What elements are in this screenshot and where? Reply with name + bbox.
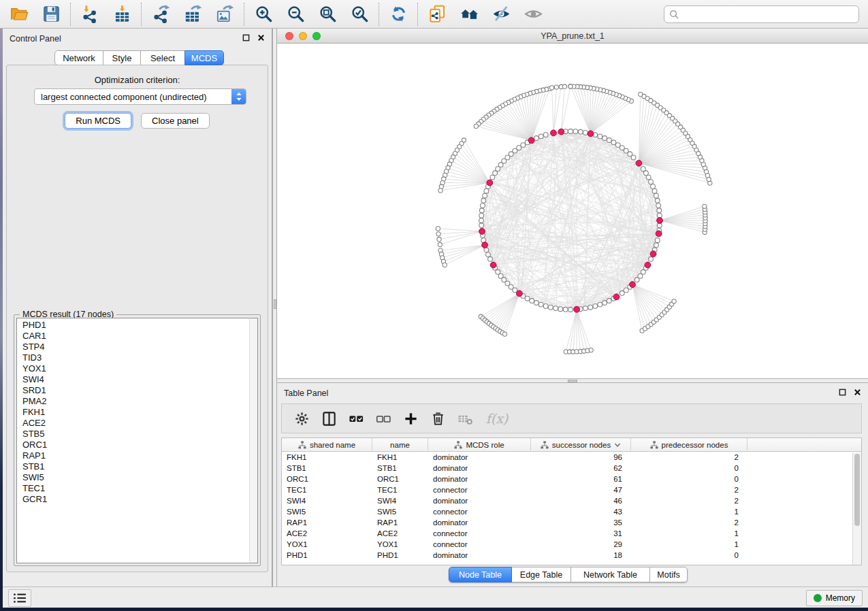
table-row[interactable]: YOX1YOX1connector291 bbox=[282, 539, 861, 550]
zoom-in-button[interactable] bbox=[253, 4, 274, 24]
column-header-predecessor-nodes[interactable]: predecessor nodes bbox=[631, 438, 748, 452]
search-box[interactable] bbox=[664, 5, 859, 23]
mcds-result-item[interactable]: TID3 bbox=[17, 352, 249, 363]
table-row[interactable]: PHD1PHD1dominator180 bbox=[282, 550, 861, 561]
import-table-button[interactable] bbox=[112, 4, 132, 24]
export-image-button[interactable] bbox=[214, 4, 235, 24]
mcds-result-item[interactable]: PHD1 bbox=[17, 320, 249, 331]
network-overview-button[interactable] bbox=[459, 4, 479, 24]
optimization-criterion-select[interactable]: largest connected component (undirected) bbox=[34, 88, 246, 105]
hide-selected-button[interactable] bbox=[491, 4, 511, 24]
export-table-button[interactable] bbox=[182, 4, 203, 24]
memory-status-dot bbox=[814, 594, 822, 602]
tab-network[interactable]: Network bbox=[54, 50, 103, 65]
tab-mcds[interactable]: MCDS bbox=[184, 50, 224, 65]
zoom-out-button[interactable] bbox=[285, 4, 306, 24]
save-session-icon bbox=[42, 5, 61, 23]
table-cell: 2 bbox=[631, 517, 748, 528]
table-cell: TEC1 bbox=[372, 484, 428, 495]
mcds-result-item[interactable]: ACE2 bbox=[17, 418, 249, 429]
delete-button[interactable] bbox=[429, 410, 447, 427]
close-table-panel-button[interactable] bbox=[854, 389, 861, 396]
add-icon bbox=[403, 411, 419, 427]
control-panel: Control Panel NetworkStyleSelectMCDS Opt… bbox=[3, 29, 272, 587]
import-network-button[interactable] bbox=[80, 4, 100, 24]
mcds-list-scrollbar[interactable] bbox=[249, 318, 258, 563]
search-input[interactable] bbox=[683, 7, 858, 21]
select-all-button[interactable] bbox=[347, 410, 365, 427]
table-row[interactable]: STB1STB1dominator620 bbox=[282, 463, 861, 474]
close-panel-button[interactable]: Close panel bbox=[141, 113, 210, 129]
table-row[interactable]: RAP1RAP1dominator352 bbox=[282, 517, 861, 528]
table-row[interactable]: TEC1TEC1connector472 bbox=[282, 484, 861, 495]
tab-motifs[interactable]: Motifs bbox=[649, 567, 688, 582]
vertical-split-handle[interactable] bbox=[274, 299, 276, 309]
table-cell: STB1 bbox=[282, 463, 372, 474]
mcds-result-item[interactable]: STB5 bbox=[17, 429, 249, 440]
memory-button[interactable]: Memory bbox=[806, 590, 863, 606]
zoom-fit-icon bbox=[319, 5, 337, 23]
column-header-successor-nodes[interactable]: successor nodes bbox=[531, 438, 631, 452]
network-graph[interactable] bbox=[277, 44, 868, 378]
float-panel-button[interactable] bbox=[242, 34, 250, 42]
table-scrollbar-thumb[interactable] bbox=[854, 454, 860, 526]
run-mcds-button[interactable]: Run MCDS bbox=[65, 113, 131, 129]
column-header-MCDS-role[interactable]: MCDS role bbox=[428, 438, 531, 452]
task-history-button[interactable] bbox=[8, 589, 31, 607]
table-row[interactable]: FKH1FKH1dominator962 bbox=[282, 452, 861, 463]
mcds-result-item[interactable]: STB1 bbox=[17, 461, 249, 472]
desktop: Control Panel NetworkStyleSelectMCDS Opt… bbox=[0, 0, 868, 611]
mcds-result-item[interactable]: FKH1 bbox=[17, 407, 249, 418]
table-cell: 1 bbox=[631, 528, 748, 539]
tab-node-table[interactable]: Node Table bbox=[449, 567, 512, 582]
mcds-result-item[interactable]: RAP1 bbox=[17, 450, 249, 461]
columns-button[interactable] bbox=[320, 410, 338, 427]
tab-select[interactable]: Select bbox=[140, 50, 185, 65]
table-row[interactable]: ACE2ACE2connector311 bbox=[282, 528, 861, 539]
mcds-result-item[interactable]: SRD1 bbox=[17, 385, 249, 396]
close-panel-x-button[interactable] bbox=[257, 34, 265, 42]
vertical-split-divider[interactable] bbox=[272, 29, 277, 587]
zoom-fit-button[interactable] bbox=[317, 4, 338, 24]
network-canvas[interactable] bbox=[277, 44, 868, 378]
table-cell: FKH1 bbox=[372, 452, 428, 463]
formula-button: f(x) bbox=[483, 410, 511, 427]
table-row[interactable]: ORC1ORC1dominator610 bbox=[282, 474, 861, 484]
open-session-button[interactable] bbox=[9, 4, 29, 24]
zoom-out-icon bbox=[287, 5, 305, 23]
table-row[interactable]: SWI5SWI5connector431 bbox=[282, 506, 861, 517]
export-network-button[interactable] bbox=[150, 4, 171, 24]
mcds-result-item[interactable]: PMA2 bbox=[17, 396, 249, 407]
node-table: shared namenameMCDS rolesuccessor nodesp… bbox=[281, 437, 862, 565]
float-table-panel-button[interactable] bbox=[839, 389, 846, 396]
mcds-result-item[interactable]: ORC1 bbox=[17, 440, 249, 450]
save-session-button[interactable] bbox=[41, 4, 61, 24]
column-header-shared-name[interactable]: shared name bbox=[282, 438, 372, 452]
table-cell: SWI5 bbox=[282, 506, 372, 517]
mcds-result-item[interactable]: CAR1 bbox=[17, 331, 249, 342]
mcds-result-item[interactable]: SWI5 bbox=[17, 472, 249, 483]
mcds-result-item[interactable]: YOX1 bbox=[17, 363, 249, 374]
tab-edge-table[interactable]: Edge Table bbox=[511, 567, 571, 582]
table-cell: 43 bbox=[531, 506, 631, 517]
deselect-all-button[interactable] bbox=[374, 410, 392, 427]
table-scrollbar[interactable] bbox=[852, 452, 861, 565]
mcds-result-item[interactable]: GCR1 bbox=[17, 494, 249, 505]
mcds-result-item[interactable]: TEC1 bbox=[17, 483, 249, 494]
refresh-view-button[interactable] bbox=[388, 4, 408, 24]
show-hidden-button[interactable] bbox=[523, 4, 543, 24]
zoom-selected-button[interactable] bbox=[349, 4, 370, 24]
horizontal-split-handle[interactable] bbox=[568, 380, 577, 382]
column-header-filler bbox=[748, 438, 861, 452]
add-button[interactable] bbox=[402, 410, 419, 427]
table-row[interactable]: SWI4SWI4dominator462 bbox=[282, 495, 861, 506]
horizontal-split-divider[interactable] bbox=[277, 378, 868, 383]
settings-button[interactable] bbox=[293, 410, 310, 427]
mcds-result-item[interactable]: STP4 bbox=[17, 342, 249, 352]
mcds-result-item[interactable]: SWI4 bbox=[17, 374, 249, 385]
export-table-icon bbox=[184, 5, 202, 23]
tab-network-table[interactable]: Network Table bbox=[570, 567, 650, 582]
tab-style[interactable]: Style bbox=[103, 50, 141, 65]
column-header-name[interactable]: name bbox=[372, 438, 428, 452]
clone-network-button[interactable] bbox=[427, 4, 447, 24]
